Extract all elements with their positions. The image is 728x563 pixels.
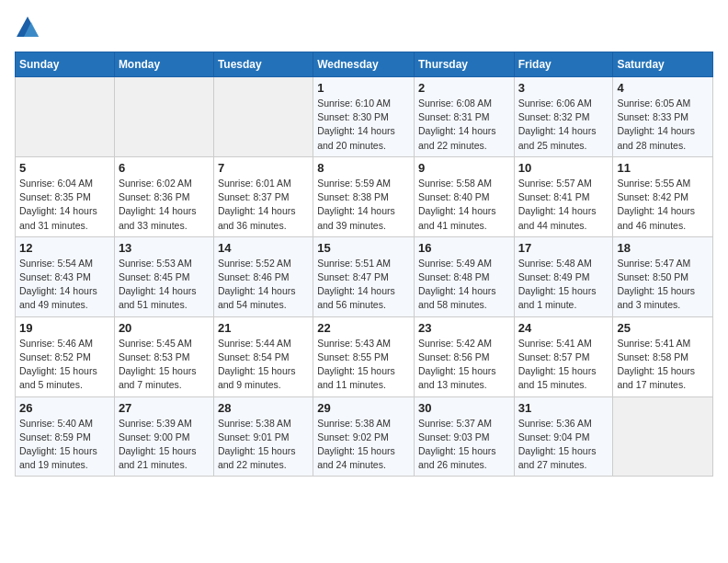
calendar-cell: 26Sunrise: 5:40 AM Sunset: 8:59 PM Dayli… <box>16 396 115 477</box>
calendar-cell: 24Sunrise: 5:41 AM Sunset: 8:57 PM Dayli… <box>514 316 613 396</box>
day-number: 17 <box>518 241 609 255</box>
calendar-cell <box>613 396 713 477</box>
day-number: 4 <box>617 81 709 95</box>
day-info: Sunrise: 5:40 AM Sunset: 8:59 PM Dayligh… <box>19 417 110 473</box>
day-info: Sunrise: 6:01 AM Sunset: 8:37 PM Dayligh… <box>218 177 309 233</box>
day-info: Sunrise: 6:10 AM Sunset: 8:30 PM Dayligh… <box>317 97 410 153</box>
calendar-cell: 20Sunrise: 5:45 AM Sunset: 8:53 PM Dayli… <box>114 316 213 396</box>
day-number: 9 <box>418 161 510 175</box>
weekday-header: Monday <box>114 52 213 77</box>
day-number: 10 <box>518 161 609 175</box>
weekday-header: Friday <box>514 52 613 77</box>
day-info: Sunrise: 5:53 AM Sunset: 8:45 PM Dayligh… <box>119 257 210 313</box>
day-number: 13 <box>119 241 210 255</box>
day-number: 25 <box>617 321 709 335</box>
calendar-cell <box>16 77 115 157</box>
day-info: Sunrise: 6:08 AM Sunset: 8:31 PM Dayligh… <box>418 97 510 153</box>
calendar-cell: 21Sunrise: 5:44 AM Sunset: 8:54 PM Dayli… <box>213 316 313 396</box>
day-info: Sunrise: 5:45 AM Sunset: 8:53 PM Dayligh… <box>119 337 210 393</box>
weekday-header: Wednesday <box>313 52 415 77</box>
day-info: Sunrise: 5:44 AM Sunset: 8:54 PM Dayligh… <box>218 337 309 393</box>
day-number: 22 <box>317 321 410 335</box>
day-number: 28 <box>218 401 309 415</box>
day-number: 14 <box>218 241 309 255</box>
weekday-header: Saturday <box>613 52 713 77</box>
calendar-cell: 12Sunrise: 5:54 AM Sunset: 8:43 PM Dayli… <box>16 236 115 316</box>
day-info: Sunrise: 5:58 AM Sunset: 8:40 PM Dayligh… <box>418 177 510 233</box>
calendar-cell: 23Sunrise: 5:42 AM Sunset: 8:56 PM Dayli… <box>414 316 514 396</box>
calendar-cell: 29Sunrise: 5:38 AM Sunset: 9:02 PM Dayli… <box>313 396 415 477</box>
day-info: Sunrise: 5:47 AM Sunset: 8:50 PM Dayligh… <box>617 257 709 313</box>
day-info: Sunrise: 5:39 AM Sunset: 9:00 PM Dayligh… <box>119 417 210 473</box>
day-info: Sunrise: 5:41 AM Sunset: 8:58 PM Dayligh… <box>617 337 709 393</box>
calendar-cell: 15Sunrise: 5:51 AM Sunset: 8:47 PM Dayli… <box>313 236 415 316</box>
day-info: Sunrise: 5:55 AM Sunset: 8:42 PM Dayligh… <box>617 177 709 233</box>
calendar-cell: 1Sunrise: 6:10 AM Sunset: 8:30 PM Daylig… <box>313 77 415 157</box>
day-info: Sunrise: 5:41 AM Sunset: 8:57 PM Dayligh… <box>518 337 609 393</box>
day-number: 30 <box>418 401 510 415</box>
day-info: Sunrise: 5:52 AM Sunset: 8:46 PM Dayligh… <box>218 257 309 313</box>
day-number: 12 <box>19 241 110 255</box>
calendar-table: SundayMondayTuesdayWednesdayThursdayFrid… <box>15 52 713 477</box>
calendar-cell: 17Sunrise: 5:48 AM Sunset: 8:49 PM Dayli… <box>514 236 613 316</box>
day-number: 15 <box>317 241 410 255</box>
day-info: Sunrise: 5:59 AM Sunset: 8:38 PM Dayligh… <box>317 177 410 233</box>
calendar-cell: 9Sunrise: 5:58 AM Sunset: 8:40 PM Daylig… <box>414 156 514 236</box>
calendar-cell: 22Sunrise: 5:43 AM Sunset: 8:55 PM Dayli… <box>313 316 415 396</box>
calendar-cell: 5Sunrise: 6:04 AM Sunset: 8:35 PM Daylig… <box>16 156 115 236</box>
day-info: Sunrise: 5:38 AM Sunset: 9:01 PM Dayligh… <box>218 417 309 473</box>
day-number: 18 <box>617 241 709 255</box>
logo <box>15 15 44 40</box>
page-header <box>15 15 713 40</box>
day-info: Sunrise: 5:43 AM Sunset: 8:55 PM Dayligh… <box>317 337 410 393</box>
day-info: Sunrise: 5:51 AM Sunset: 8:47 PM Dayligh… <box>317 257 410 313</box>
calendar-cell: 8Sunrise: 5:59 AM Sunset: 8:38 PM Daylig… <box>313 156 415 236</box>
day-info: Sunrise: 6:05 AM Sunset: 8:33 PM Dayligh… <box>617 97 709 153</box>
day-info: Sunrise: 5:49 AM Sunset: 8:48 PM Dayligh… <box>418 257 510 313</box>
calendar-cell: 19Sunrise: 5:46 AM Sunset: 8:52 PM Dayli… <box>16 316 115 396</box>
calendar-header: SundayMondayTuesdayWednesdayThursdayFrid… <box>16 52 713 77</box>
calendar-cell: 28Sunrise: 5:38 AM Sunset: 9:01 PM Dayli… <box>213 396 313 477</box>
day-number: 27 <box>119 401 210 415</box>
day-info: Sunrise: 6:04 AM Sunset: 8:35 PM Dayligh… <box>19 177 110 233</box>
day-info: Sunrise: 5:37 AM Sunset: 9:03 PM Dayligh… <box>418 417 510 473</box>
calendar-cell <box>213 77 313 157</box>
calendar-cell <box>114 77 213 157</box>
day-number: 29 <box>317 401 410 415</box>
day-number: 26 <box>19 401 110 415</box>
calendar-cell: 30Sunrise: 5:37 AM Sunset: 9:03 PM Dayli… <box>414 396 514 477</box>
day-number: 23 <box>418 321 510 335</box>
day-number: 3 <box>518 81 609 95</box>
day-info: Sunrise: 5:36 AM Sunset: 9:04 PM Dayligh… <box>518 417 609 473</box>
calendar-cell: 14Sunrise: 5:52 AM Sunset: 8:46 PM Dayli… <box>213 236 313 316</box>
weekday-header: Sunday <box>16 52 115 77</box>
calendar-cell: 18Sunrise: 5:47 AM Sunset: 8:50 PM Dayli… <box>613 236 713 316</box>
day-info: Sunrise: 6:02 AM Sunset: 8:36 PM Dayligh… <box>119 177 210 233</box>
calendar-cell: 13Sunrise: 5:53 AM Sunset: 8:45 PM Dayli… <box>114 236 213 316</box>
day-info: Sunrise: 5:48 AM Sunset: 8:49 PM Dayligh… <box>518 257 609 313</box>
calendar-cell: 16Sunrise: 5:49 AM Sunset: 8:48 PM Dayli… <box>414 236 514 316</box>
calendar-cell: 7Sunrise: 6:01 AM Sunset: 8:37 PM Daylig… <box>213 156 313 236</box>
day-info: Sunrise: 5:42 AM Sunset: 8:56 PM Dayligh… <box>418 337 510 393</box>
day-info: Sunrise: 5:46 AM Sunset: 8:52 PM Dayligh… <box>19 337 110 393</box>
day-number: 31 <box>518 401 609 415</box>
logo-icon <box>15 15 40 40</box>
day-info: Sunrise: 6:06 AM Sunset: 8:32 PM Dayligh… <box>518 97 609 153</box>
calendar-cell: 31Sunrise: 5:36 AM Sunset: 9:04 PM Dayli… <box>514 396 613 477</box>
day-number: 21 <box>218 321 309 335</box>
weekday-header: Tuesday <box>213 52 313 77</box>
day-number: 20 <box>119 321 210 335</box>
calendar-cell: 11Sunrise: 5:55 AM Sunset: 8:42 PM Dayli… <box>613 156 713 236</box>
calendar-cell: 25Sunrise: 5:41 AM Sunset: 8:58 PM Dayli… <box>613 316 713 396</box>
day-number: 6 <box>119 161 210 175</box>
day-number: 11 <box>617 161 709 175</box>
day-number: 19 <box>19 321 110 335</box>
calendar-cell: 10Sunrise: 5:57 AM Sunset: 8:41 PM Dayli… <box>514 156 613 236</box>
calendar-cell: 3Sunrise: 6:06 AM Sunset: 8:32 PM Daylig… <box>514 77 613 157</box>
day-info: Sunrise: 5:57 AM Sunset: 8:41 PM Dayligh… <box>518 177 609 233</box>
day-number: 24 <box>518 321 609 335</box>
day-number: 16 <box>418 241 510 255</box>
calendar-cell: 4Sunrise: 6:05 AM Sunset: 8:33 PM Daylig… <box>613 77 713 157</box>
day-number: 1 <box>317 81 410 95</box>
day-number: 8 <box>317 161 410 175</box>
